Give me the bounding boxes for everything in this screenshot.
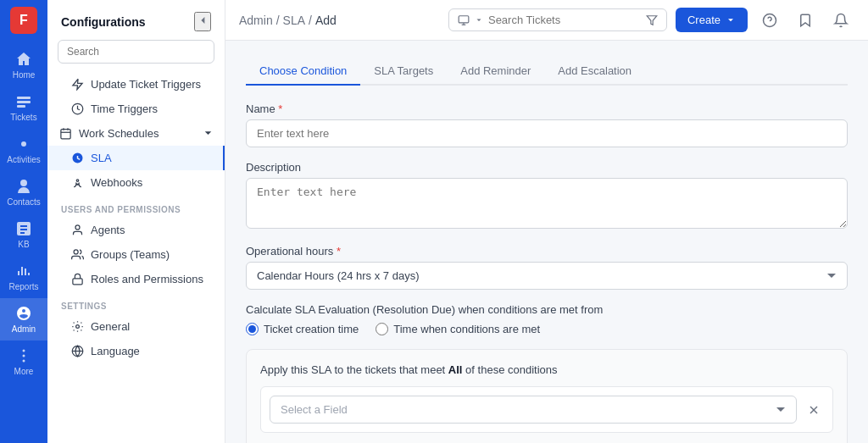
nav-item-home[interactable]: Home [0, 44, 47, 86]
operational-hours-label: Operational hours * [246, 245, 848, 257]
nav-item-kb[interactable]: KB [0, 213, 47, 256]
radio-ticket-creation[interactable]: Ticket creation time [246, 323, 359, 335]
bell-icon [833, 13, 849, 28]
svg-point-6 [23, 360, 25, 363]
notifications-button[interactable] [827, 7, 854, 34]
collapse-icon [196, 14, 209, 27]
nav-item-more[interactable]: More [0, 341, 47, 383]
create-button[interactable]: Create [676, 8, 748, 32]
sidebar-item-time-triggers[interactable]: Time Triggers [47, 97, 225, 121]
chevron-small-icon [475, 16, 483, 25]
svg-rect-15 [73, 279, 82, 285]
operational-hours-group: Operational hours * Calendar Hours (24 h… [246, 245, 848, 290]
calculate-sla-group: Calculate SLA Evaluation (Resolution Due… [246, 303, 848, 335]
reports-icon [15, 263, 32, 280]
sidebar-item-groups-teams[interactable]: Groups (Teams) [47, 242, 225, 267]
operational-hours-select[interactable]: Calendar Hours (24 hrs x 7 days) [246, 262, 848, 290]
description-label: Description [246, 161, 848, 174]
person-icon [71, 224, 84, 236]
radio-group: Ticket creation time Time when condition… [246, 323, 848, 335]
sla-icon [71, 152, 84, 164]
svg-point-4 [23, 350, 25, 352]
sidebar-item-agents[interactable]: Agents [47, 218, 225, 242]
lock-icon [71, 273, 84, 285]
nav-item-admin[interactable]: Admin [0, 298, 47, 341]
filter-button[interactable] [646, 14, 658, 26]
tabs: Choose Condition SLA Targets Add Reminde… [246, 58, 848, 86]
help-icon [762, 13, 777, 28]
sidebar-group-work-schedules[interactable]: Work Schedules [47, 121, 225, 146]
globe-icon [71, 345, 84, 357]
condition-section: Apply this SLA to the tickets that meet … [246, 349, 848, 443]
description-field-group: Description [246, 161, 848, 231]
svg-rect-1 [17, 101, 31, 103]
svg-point-5 [23, 355, 25, 357]
svg-rect-0 [17, 97, 31, 99]
tab-sla-targets[interactable]: SLA Targets [360, 58, 447, 86]
sidebar-item-roles-permissions[interactable]: Roles and Permissions [47, 267, 225, 291]
content-area: Choose Condition SLA Targets Add Reminde… [225, 41, 868, 443]
activities-icon [15, 136, 32, 152]
sidebar-item-language[interactable]: Language [47, 339, 225, 363]
main-area: Admin / SLA / Add Create [225, 0, 868, 443]
sidebar-item-sla[interactable]: SLA [47, 146, 225, 170]
filter-icon [646, 14, 658, 26]
bookmark-button[interactable] [792, 7, 819, 34]
nav-item-contacts[interactable]: Contacts [0, 171, 47, 213]
name-field-group: Name * [246, 102, 848, 147]
bookmark-icon [798, 13, 813, 28]
svg-point-12 [76, 180, 79, 182]
topbar-right: Create [448, 7, 854, 34]
name-label: Name * [246, 102, 848, 115]
nav-item-activities[interactable]: Activities [0, 129, 47, 171]
condition-delete-button[interactable] [804, 400, 824, 420]
sidebar: Configurations Update Ticket Triggers Ti… [47, 0, 225, 443]
search-bar [448, 8, 667, 31]
clock-icon [71, 102, 84, 115]
sidebar-title: Configurations [61, 15, 146, 29]
tab-add-escalation[interactable]: Add Escalation [544, 58, 645, 86]
nav-item-tickets[interactable]: Tickets [0, 86, 47, 129]
nav-item-reports[interactable]: Reports [0, 256, 47, 298]
name-input[interactable] [246, 119, 848, 147]
svg-rect-8 [61, 130, 70, 139]
topbar: Admin / SLA / Add Create [225, 0, 868, 41]
radio-time-conditions-met[interactable]: Time when conditions are met [376, 323, 540, 335]
chevron-down-icon [202, 127, 214, 140]
condition-field-select[interactable]: Select a Field [270, 396, 797, 424]
help-button[interactable] [756, 7, 783, 34]
condition-row: Select a Field [270, 396, 824, 424]
tab-add-reminder[interactable]: Add Reminder [447, 58, 544, 86]
search-tickets-input[interactable] [488, 14, 641, 26]
contacts-icon [15, 178, 32, 195]
description-textarea[interactable] [246, 178, 848, 229]
sidebar-item-webhooks[interactable]: Webhooks [47, 170, 225, 195]
radio-time-conditions-met-input[interactable] [376, 323, 388, 335]
svg-marker-22 [647, 15, 657, 25]
app-logo: F [10, 7, 37, 34]
svg-point-13 [75, 225, 80, 230]
svg-point-14 [74, 250, 78, 254]
gear-icon [71, 320, 84, 333]
svg-point-16 [76, 325, 80, 329]
radio-ticket-creation-input[interactable] [246, 323, 259, 335]
sidebar-item-update-ticket-triggers[interactable]: Update Ticket Triggers [47, 72, 225, 97]
sidebar-header: Configurations [47, 0, 225, 40]
more-icon [15, 347, 32, 364]
condition-description: Apply this SLA to the tickets that meet … [260, 363, 833, 376]
admin-icon [15, 305, 32, 322]
calendar-icon [59, 127, 72, 140]
kb-icon [15, 220, 32, 237]
tickets-icon [15, 93, 32, 110]
trigger-icon [71, 78, 84, 91]
close-icon [807, 403, 821, 417]
tab-choose-condition[interactable]: Choose Condition [246, 58, 360, 86]
sidebar-item-general[interactable]: General [47, 314, 225, 339]
calculate-label: Calculate SLA Evaluation (Resolution Due… [246, 303, 848, 316]
webhook-icon [71, 176, 84, 189]
svg-rect-2 [17, 105, 25, 108]
svg-point-3 [21, 141, 26, 147]
sidebar-search-input[interactable] [58, 40, 214, 64]
breadcrumb: Admin / SLA / Add [239, 14, 337, 27]
sidebar-collapse-button[interactable] [194, 12, 211, 31]
